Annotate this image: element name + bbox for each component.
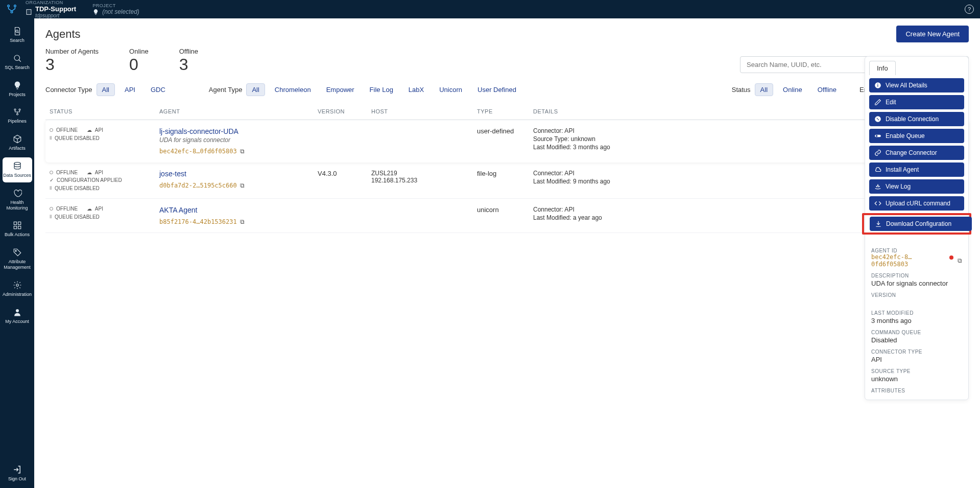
sidebar-item-projects[interactable]: Projects bbox=[3, 77, 32, 102]
sidebar-label: Pipelines bbox=[8, 119, 27, 124]
notification-dot-icon bbox=[949, 255, 953, 260]
filter-agent-all[interactable]: All bbox=[246, 83, 265, 96]
bulk-icon bbox=[13, 221, 22, 230]
agents-table: STATUS AGENT VERSION HOST TYPE DETAILS O… bbox=[45, 103, 969, 233]
copy-icon[interactable]: ⧉ bbox=[240, 182, 245, 189]
sidebar-item-health[interactable]: Health Monitoring bbox=[3, 184, 32, 215]
filter-status-online[interactable]: Online bbox=[777, 83, 808, 96]
filter-agent-labx[interactable]: LabX bbox=[403, 83, 429, 96]
sidebar-item-search[interactable]: Search bbox=[3, 22, 32, 48]
api-badge: API bbox=[95, 170, 103, 175]
info-icon: i bbox=[874, 82, 881, 89]
disable-icon bbox=[874, 115, 881, 123]
project-block[interactable]: PROJECT (not selected) bbox=[92, 3, 139, 15]
table-row[interactable]: OFFLINE ☁API ✓CONFIGURATION APPLIED ⦀QUE… bbox=[45, 162, 969, 199]
pagination: ‹ 1 › bbox=[45, 240, 965, 253]
sidebar-label: Data Sources bbox=[3, 173, 31, 178]
sign-out-icon bbox=[13, 465, 22, 474]
svg-point-8 bbox=[16, 113, 18, 115]
table-row[interactable]: OFFLINE ☁API ⦀QUEUE DISABLED AKTA Agent … bbox=[45, 199, 969, 233]
filter-agent-userdefined[interactable]: User Defined bbox=[472, 83, 522, 96]
sidebar-item-pipelines[interactable]: Pipelines bbox=[3, 103, 32, 128]
filter-row: Connector Type All API GDC Agent Type Al… bbox=[45, 83, 969, 96]
download-configuration-button[interactable]: Download Configuration bbox=[870, 217, 972, 231]
col-host[interactable]: HOST bbox=[371, 108, 477, 114]
sidebar-label: Artifacts bbox=[9, 146, 26, 151]
view-all-details-button[interactable]: iView All Details bbox=[869, 78, 964, 92]
help-icon[interactable]: ? bbox=[965, 5, 974, 14]
sidebar-item-data-sources[interactable]: Data Sources bbox=[3, 157, 32, 182]
col-status[interactable]: STATUS bbox=[50, 108, 159, 114]
svg-rect-11 bbox=[18, 222, 20, 225]
svg-point-0 bbox=[8, 5, 10, 7]
agent-name-link[interactable]: jose-test bbox=[159, 170, 318, 178]
organization-block[interactable]: ORGANIZATION TDP-Support tdpsupport bbox=[26, 0, 76, 18]
change-connector-button[interactable]: Change Connector bbox=[869, 146, 964, 160]
filter-agent-chromeleon[interactable]: Chromeleon bbox=[269, 83, 317, 96]
col-type[interactable]: TYPE bbox=[477, 108, 533, 114]
svg-rect-20 bbox=[875, 135, 881, 137]
download-config-highlight: Download Configuration bbox=[862, 213, 971, 235]
create-new-agent-button[interactable]: Create New Agent bbox=[896, 26, 969, 42]
attributes-label: ATTRIBUTES bbox=[871, 388, 962, 393]
offline-badge: OFFLINE bbox=[56, 170, 78, 175]
api-badge: API bbox=[95, 127, 103, 133]
code-icon bbox=[874, 200, 881, 207]
svg-point-6 bbox=[14, 109, 16, 110]
info-tab[interactable]: Info bbox=[869, 61, 896, 75]
copy-icon[interactable]: ⧉ bbox=[240, 218, 245, 225]
sidebar-item-administration[interactable]: Administration bbox=[3, 276, 32, 301]
col-agent[interactable]: AGENT bbox=[159, 108, 318, 114]
agent-name-link[interactable]: AKTA Agent bbox=[159, 206, 318, 214]
filter-status-offline[interactable]: Offline bbox=[812, 83, 842, 96]
sidebar-item-sign-out[interactable]: Sign Out bbox=[3, 461, 32, 486]
status-dot-icon bbox=[50, 128, 53, 132]
svg-rect-13 bbox=[18, 226, 20, 229]
upload-curl-button[interactable]: Upload cURL command bbox=[869, 196, 964, 211]
info-panel: Info iView All Details Edit Disable Conn… bbox=[865, 56, 969, 400]
last-modified-label: LAST MODIFIED bbox=[871, 310, 962, 316]
filter-status-all[interactable]: All bbox=[755, 83, 773, 96]
queue-icon: ⦀ bbox=[50, 135, 52, 141]
filter-connector-gdc[interactable]: GDC bbox=[145, 83, 171, 96]
view-log-button[interactable]: View Log bbox=[869, 179, 964, 194]
sidebar-label: My Account bbox=[5, 319, 29, 324]
filter-agent-empower[interactable]: Empower bbox=[321, 83, 360, 96]
sidebar-item-artifacts[interactable]: Artifacts bbox=[3, 130, 32, 155]
description-value: UDA for signals connector bbox=[871, 280, 962, 287]
queue-disabled-badge: QUEUE DISABLED bbox=[55, 135, 100, 141]
type-cell: unicorn bbox=[477, 206, 499, 214]
filter-connector-all[interactable]: All bbox=[97, 83, 115, 96]
disable-connection-button[interactable]: Disable Connection bbox=[869, 112, 964, 126]
last-modified-value: 3 months ago bbox=[871, 317, 962, 324]
command-queue-value: Disabled bbox=[871, 336, 962, 344]
sidebar-item-sql-search[interactable]: SQL Search bbox=[3, 50, 32, 75]
host-ip: 192.168.175.233 bbox=[371, 177, 477, 184]
sidebar-label: Health Monitoring bbox=[3, 200, 32, 211]
sidebar-item-bulk-actions[interactable]: Bulk Actions bbox=[3, 217, 32, 242]
copy-icon[interactable]: ⧉ bbox=[958, 257, 962, 264]
table-row[interactable]: OFFLINE ☁API ⦀QUEUE DISABLED lj-signals-… bbox=[45, 120, 969, 162]
svg-point-9 bbox=[14, 162, 20, 165]
filter-connector-api[interactable]: API bbox=[119, 83, 141, 96]
col-version[interactable]: VERSION bbox=[318, 108, 371, 114]
sidebar-item-attribute-management[interactable]: Attribute Management bbox=[3, 244, 32, 274]
sidebar-item-my-account[interactable]: My Account bbox=[3, 304, 32, 329]
table-header: STATUS AGENT VERSION HOST TYPE DETAILS bbox=[45, 103, 969, 120]
building-icon bbox=[26, 9, 32, 15]
source-type-label: SOURCE TYPE bbox=[871, 368, 962, 374]
stat-offline-label: Offline bbox=[179, 48, 198, 55]
agent-name-link[interactable]: lj-signals-connector-UDA bbox=[159, 127, 318, 135]
svg-rect-12 bbox=[14, 226, 16, 229]
filter-agent-filelog[interactable]: File Log bbox=[364, 83, 399, 96]
install-agent-button[interactable]: Install Agent bbox=[869, 162, 964, 177]
app-logo[interactable] bbox=[6, 4, 17, 15]
agent-description: UDA for signals connector bbox=[159, 136, 318, 144]
pipeline-icon bbox=[13, 107, 22, 117]
edit-button[interactable]: Edit bbox=[869, 95, 964, 109]
filter-agent-unicorn[interactable]: Unicorn bbox=[434, 83, 468, 96]
copy-icon[interactable]: ⧉ bbox=[240, 148, 245, 155]
agent-uuid: bec42efc-8…0fd6f05803⧉ bbox=[159, 148, 318, 155]
enable-queue-button[interactable]: Enable Queue bbox=[869, 129, 964, 143]
svg-text:i: i bbox=[877, 83, 878, 88]
